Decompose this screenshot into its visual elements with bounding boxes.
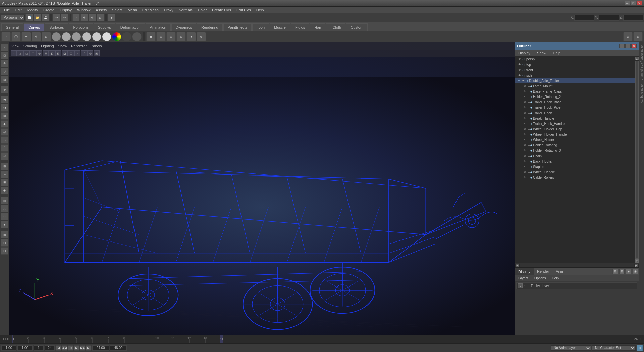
character-set-dropdown[interactable]: No Character Set [592, 345, 636, 351]
new-scene-btn[interactable]: 📄 [25, 14, 33, 21]
outliner-item-staples[interactable]: 👁 — ◈ Staples [520, 164, 635, 169]
play-start-btn[interactable]: |◀ [56, 345, 61, 351]
shelf-icon-render5[interactable]: ◈ [186, 32, 196, 41]
menu-display[interactable]: Display [57, 7, 74, 13]
prev-frame-btn[interactable]: ◀◀ [62, 345, 67, 351]
menu-create[interactable]: Create [41, 7, 57, 13]
vp-menu-renderer[interactable]: Renderer [71, 44, 87, 48]
shelf-icon-13[interactable] [122, 32, 131, 41]
menu-proxy[interactable]: Proxy [161, 7, 176, 13]
paint-skin-tool[interactable]: ☉ [1, 152, 8, 160]
menu-window[interactable]: Window [74, 7, 93, 13]
ik-handle-tool[interactable]: ⊸ [1, 136, 8, 144]
x-coord-input[interactable] [574, 15, 594, 21]
viewport-canvas[interactable]: X Y Z [9, 50, 515, 335]
outliner-item-persp[interactable]: 👁 ◁ persp [515, 56, 635, 62]
cv-curve-tool[interactable]: ⌒ [1, 144, 8, 152]
tab-ncloth[interactable]: nCloth [326, 23, 345, 31]
open-scene-btn[interactable]: 📂 [34, 14, 41, 21]
shelf-icon-14[interactable] [132, 32, 142, 41]
shelf-icon-render4[interactable]: ⊠ [176, 32, 186, 41]
tab-rendering[interactable]: Rendering [197, 23, 223, 31]
outliner-item-trailer-hook-pipe[interactable]: 👁 — ◈ Trailer_Hook_Pipe [520, 105, 635, 110]
cb-icon-4[interactable]: ◉ [633, 269, 638, 274]
z-coord-input[interactable] [623, 15, 643, 21]
menu-modify[interactable]: Modify [24, 7, 41, 13]
menu-edit-mesh[interactable]: Edit Mesh [140, 7, 161, 13]
menu-color[interactable]: Color [195, 7, 209, 13]
tab-animation[interactable]: Animation [146, 23, 171, 31]
vp-menu-panels[interactable]: Panels [91, 44, 102, 48]
rotate-tool-btn[interactable]: ↺ [89, 14, 96, 21]
auto-keyframe-btn[interactable]: ⊕ [637, 345, 643, 351]
shelf-icon-render2[interactable]: ⊟ [156, 32, 166, 41]
frame-selected[interactable]: ⊡ [1, 239, 8, 247]
prev-keyframe-btn[interactable]: ◁ [68, 345, 73, 351]
shelf-icon-5[interactable]: ⊡ [42, 32, 51, 41]
mode-selector[interactable]: Polygons [1, 15, 25, 20]
scroll-up-btn[interactable]: ▲ [635, 57, 639, 60]
tab-curves[interactable]: Curves [24, 23, 44, 31]
snap-view[interactable]: ◈ [1, 187, 8, 194]
quick-layout[interactable]: ⊞ [1, 231, 8, 238]
cb-menu-help[interactable]: Help [550, 275, 560, 281]
shelf-icon-10[interactable] [92, 32, 101, 41]
menu-edit-uvs[interactable]: Edit UVs [234, 7, 254, 13]
outliner-menu-help[interactable]: Help [551, 50, 563, 56]
outliner-item-trailer[interactable]: ▼ 👁 ◈ Double_Axle_Trailer [515, 78, 635, 83]
shelf-icon-4[interactable]: ↺ [32, 32, 41, 41]
soft-mod-tool[interactable]: ◓ [1, 96, 8, 103]
shelf-icon-3[interactable]: ✛ [21, 32, 31, 41]
snap-grid[interactable]: ⊟ [1, 163, 8, 170]
range-end-field[interactable] [45, 345, 55, 351]
set-breakdown[interactable]: ◈ [1, 221, 8, 228]
outliner-item-trailer-hook[interactable]: 👁 — ◈ Trailer_Hook [520, 110, 635, 116]
play-btn[interactable]: ▶ [74, 345, 79, 351]
end-frame-field-2[interactable] [92, 345, 109, 351]
tab-custom[interactable]: Custom [346, 23, 368, 31]
save-scene-btn[interactable]: 💾 [42, 14, 49, 21]
shelf-icon-11[interactable] [102, 32, 111, 41]
outliner-item-front[interactable]: 👁 ◁ front [515, 67, 635, 73]
menu-file[interactable]: File [1, 7, 13, 13]
outliner-item-wheel-handle[interactable]: 👁 — ◈ Wheel_Handle [520, 169, 635, 175]
menu-create-uvs[interactable]: Create UVs [209, 7, 234, 13]
timeline-ruler[interactable]: 1 2 3 4 5 6 7 8 9 10 11 12 13 1 [12, 335, 632, 344]
outliner-item-lamp-mount[interactable]: 👁 — ◈ Lamp_Mount [520, 83, 635, 89]
outliner-menu-display[interactable]: Display [516, 50, 532, 56]
tab-muscle[interactable]: Muscle [270, 23, 290, 31]
undo-btn[interactable]: ↩ [53, 14, 60, 21]
vtab-channel-box[interactable]: Channel Box / Layer Editor [639, 43, 644, 82]
outliner-item-top[interactable]: 👁 ◁ top [515, 62, 635, 67]
y-coord-input[interactable] [599, 15, 619, 21]
play-fwd-btn[interactable]: ▶▶ [80, 345, 85, 351]
shelf-icon-6[interactable] [52, 32, 61, 41]
tab-toon[interactable]: Toon [252, 23, 269, 31]
shelf-icon-render6[interactable]: ⊛ [197, 32, 206, 41]
menu-mesh[interactable]: Mesh [125, 7, 140, 13]
minimize-button[interactable]: ─ [625, 1, 630, 6]
outliner-hscrollbar[interactable]: ◀ ▶ [515, 263, 639, 267]
set-key[interactable]: ◇ [1, 213, 8, 220]
scale-tool-btn[interactable]: ⊡ [97, 14, 104, 21]
shelf-icon-9[interactable] [82, 32, 91, 41]
scroll-down-btn[interactable]: ▼ [635, 259, 639, 263]
shelf-icon-snap1[interactable]: ⊕ [623, 32, 633, 41]
shelf-icon-snap2[interactable]: ⊗ [633, 32, 643, 41]
outliner-item-chain[interactable]: 👁 — ◈ Chain [520, 153, 635, 159]
outliner-max-btn[interactable]: □ [625, 44, 631, 48]
maximize-button[interactable]: □ [631, 1, 636, 6]
vp-menu-shading[interactable]: Shading [23, 44, 37, 48]
cb-icon-1[interactable]: ⊞ [612, 269, 618, 274]
menu-help[interactable]: Help [254, 7, 267, 13]
hscroll-track[interactable] [520, 264, 634, 267]
render-btn[interactable]: ▶ [108, 14, 115, 21]
outliner-item-holder-rotating-3[interactable]: 👁 — ◈ Holder_Rotating_3 [520, 148, 635, 153]
range-frame-field[interactable] [34, 345, 44, 351]
menu-normals[interactable]: Normals [176, 7, 195, 13]
outliner-item-wheel-holder[interactable]: 👁 — ◈ Wheel_Holder [520, 137, 635, 142]
hscroll-right-btn[interactable]: ▶ [635, 264, 638, 267]
outliner-item-trailer-hook-handle[interactable]: 👁 — ◈ Trailer_Hook_Handle [520, 121, 635, 126]
tab-deformation[interactable]: Deformation [116, 23, 145, 31]
outliner-close-btn[interactable]: ✕ [631, 44, 637, 48]
